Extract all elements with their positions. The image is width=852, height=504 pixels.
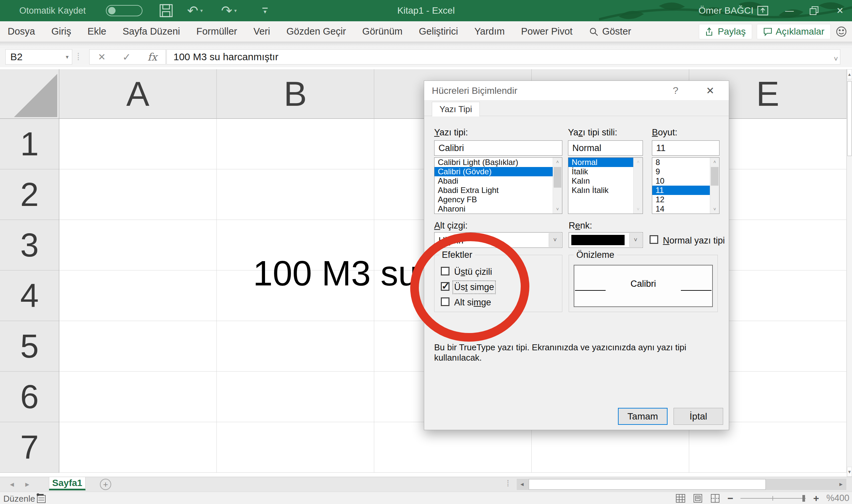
scroll-up-icon[interactable]: ▲ xyxy=(847,69,852,79)
row-header-4[interactable]: 4 xyxy=(0,270,59,321)
undo-dropdown-icon[interactable]: ▾ xyxy=(201,8,203,14)
new-sheet-icon[interactable]: + xyxy=(100,479,111,490)
autosave-toggle[interactable] xyxy=(106,0,142,21)
dropdown-arrow-icon[interactable]: ˅ xyxy=(549,233,561,247)
user-name[interactable]: Ömer BAĞCI xyxy=(698,0,753,21)
list-scroll-thumb[interactable] xyxy=(711,167,718,186)
size-list-item[interactable]: 10 xyxy=(652,176,719,186)
list-scroll-up-icon[interactable]: ˄ xyxy=(710,158,719,166)
cell[interactable] xyxy=(59,220,217,270)
comments-button[interactable]: Açıklamalar xyxy=(757,24,831,39)
font-list-item[interactable]: Abadi xyxy=(434,176,562,186)
list-scroll-thumb[interactable] xyxy=(554,167,561,187)
size-list-item[interactable]: 12 xyxy=(652,195,719,204)
list-scroll-up-icon[interactable]: ˄ xyxy=(553,158,562,166)
font-list-item-selected[interactable]: Calibri (Gövde) xyxy=(434,167,562,176)
restore-button[interactable] xyxy=(804,0,824,21)
style-list-item[interactable]: Kalın xyxy=(568,176,643,186)
cell[interactable] xyxy=(217,169,374,220)
vertical-scrollbar[interactable]: ▲ ▼ xyxy=(847,69,852,477)
color-dropdown[interactable]: ˅ xyxy=(569,232,643,248)
tell-me-search[interactable]: Göster xyxy=(589,26,631,37)
strikethrough-checkbox[interactable] xyxy=(441,267,450,275)
scroll-left-icon[interactable]: ◄ xyxy=(517,479,527,490)
zoom-slider-thumb[interactable] xyxy=(802,495,805,502)
style-list-item[interactable]: İtalik xyxy=(568,167,643,176)
row-header-2[interactable]: 2 xyxy=(0,169,59,220)
row-header-3[interactable]: 3 xyxy=(0,220,59,270)
list-scroll-up-icon[interactable]: ˄ xyxy=(633,158,643,166)
name-box[interactable]: B2 ▾ xyxy=(5,49,72,65)
page-break-view-icon[interactable] xyxy=(710,494,720,503)
normal-font-checkbox[interactable] xyxy=(649,235,658,244)
sheet-tab-sayfa1[interactable]: Sayfa1 xyxy=(49,477,86,490)
cell[interactable] xyxy=(59,422,217,473)
size-list-item-selected[interactable]: 11 xyxy=(652,186,719,195)
list-scroll-down-icon[interactable]: ˅ xyxy=(633,205,643,214)
font-list-item[interactable]: Aharoni xyxy=(434,204,562,214)
tab-giris[interactable]: Giriş xyxy=(51,26,71,37)
cell[interactable] xyxy=(217,321,374,372)
ribbon-display-options-icon[interactable] xyxy=(753,0,772,21)
insert-function-icon[interactable]: fx xyxy=(147,51,157,63)
dialog-close-icon[interactable]: ✕ xyxy=(703,85,717,96)
style-list-scrollbar[interactable]: ˄ ˅ xyxy=(633,158,643,214)
row-header-6[interactable]: 6 xyxy=(0,372,59,422)
zoom-in-icon[interactable]: + xyxy=(813,493,819,504)
cell[interactable] xyxy=(217,372,374,422)
tab-yazi-tipi[interactable]: Yazı Tipi xyxy=(432,102,480,116)
scroll-right-icon[interactable]: ► xyxy=(836,479,846,490)
quick-access-more-icon[interactable]: ▾ xyxy=(262,0,268,21)
undo-icon[interactable]: ↶▾ xyxy=(187,0,203,21)
row-header-7[interactable]: 7 xyxy=(0,422,59,473)
font-list-item[interactable]: Abadi Extra Light xyxy=(434,186,562,195)
cell[interactable] xyxy=(217,422,374,473)
column-header-b[interactable]: B xyxy=(217,69,374,119)
font-list-item[interactable]: Calibri Light (Başlıklar) xyxy=(434,158,562,167)
redo-dropdown-icon[interactable]: ▾ xyxy=(234,8,237,14)
font-name-input[interactable]: Calibri xyxy=(434,140,562,156)
macro-record-icon[interactable] xyxy=(36,493,47,503)
tab-gozden-gecir[interactable]: Gözden Geçir xyxy=(286,26,346,37)
column-header-a[interactable]: A xyxy=(59,69,217,119)
size-list-item[interactable]: 9 xyxy=(652,167,719,176)
font-list-scrollbar[interactable]: ˄ ˅ xyxy=(553,158,562,214)
horizontal-scrollbar[interactable]: ◄ ► xyxy=(517,479,846,490)
superscript-checkbox[interactable]: ✓ xyxy=(441,282,450,291)
size-input[interactable]: 11 xyxy=(652,140,719,156)
row-header-5[interactable]: 5 xyxy=(0,321,59,372)
size-list-item[interactable]: 8 xyxy=(652,158,719,167)
font-style-input[interactable]: Normal xyxy=(568,140,643,156)
size-list-item[interactable]: 14 xyxy=(652,204,719,214)
row-header-1[interactable]: 1 xyxy=(0,119,59,169)
font-list[interactable]: Calibri Light (Başlıklar) Calibri (Gövde… xyxy=(434,157,562,214)
sheet-nav-left-icon[interactable]: ◄ xyxy=(8,477,15,492)
cell[interactable] xyxy=(59,270,217,321)
ok-button[interactable]: Tamam xyxy=(618,408,667,425)
list-scroll-down-icon[interactable]: ˅ xyxy=(710,205,719,214)
redo-icon[interactable]: ↷▾ xyxy=(221,0,237,21)
tab-yardim[interactable]: Yardım xyxy=(474,26,505,37)
vertical-scroll-thumb[interactable] xyxy=(847,81,852,156)
sheet-nav-right-icon[interactable]: ► xyxy=(24,477,31,492)
share-button[interactable]: Paylaş xyxy=(699,24,752,39)
zoom-out-icon[interactable]: − xyxy=(728,493,733,504)
zoom-level[interactable]: %400 xyxy=(827,493,849,503)
cell[interactable] xyxy=(59,372,217,422)
underline-dropdown[interactable]: Hiçbiri ˅ xyxy=(434,232,562,248)
tab-dosya[interactable]: Dosya xyxy=(8,26,35,37)
cell-b2[interactable] xyxy=(59,169,217,220)
page-layout-view-icon[interactable] xyxy=(693,494,703,503)
name-box-dropdown-icon[interactable]: ▾ xyxy=(66,54,69,60)
size-list-scrollbar[interactable]: ˄ ˅ xyxy=(710,158,719,214)
dialog-help-icon[interactable]: ? xyxy=(669,85,682,96)
tab-gelistirici[interactable]: Geliştirici xyxy=(419,26,458,37)
tab-ekle[interactable]: Ekle xyxy=(88,26,106,37)
tab-sayfa-duzeni[interactable]: Sayfa Düzeni xyxy=(123,26,180,37)
scrollbar-resize-handle[interactable]: ⁞ xyxy=(507,479,509,489)
font-list-item[interactable]: Agency FB xyxy=(434,195,562,204)
cell[interactable] xyxy=(59,119,217,169)
expand-formula-bar-icon[interactable]: ˅ xyxy=(834,55,838,64)
select-all-corner[interactable] xyxy=(0,69,59,119)
tab-power-pivot[interactable]: Power Pivot xyxy=(521,26,573,37)
